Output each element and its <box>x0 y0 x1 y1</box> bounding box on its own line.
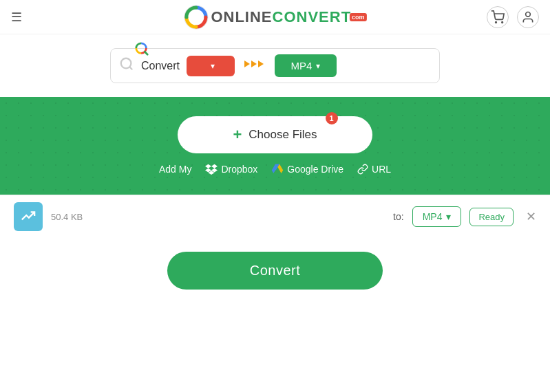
svg-marker-9 <box>258 61 264 67</box>
dropbox-label: Dropbox <box>221 164 257 175</box>
upload-section: + Choose Files 1 Add My Dropbox Google D… <box>0 97 550 195</box>
file-row: 50.4 KB to: MP4 ▾ Ready ✕ <box>0 195 550 238</box>
remove-file-button[interactable]: ✕ <box>526 209 536 224</box>
svg-point-2 <box>502 21 503 23</box>
search-icon <box>119 56 134 75</box>
add-my-row: Add My Dropbox Google Drive URL <box>159 163 391 175</box>
url-icon <box>357 164 368 175</box>
logo-com-badge: com <box>350 13 367 21</box>
header: ☰ ONLINE CONVERT com <box>0 0 550 34</box>
file-format-select[interactable]: MP4 ▾ <box>412 206 462 227</box>
to-label: to: <box>393 211 404 222</box>
format-to-button[interactable]: MP4 ▾ <box>275 54 337 77</box>
gdrive-icon <box>271 163 284 175</box>
add-my-label: Add My <box>159 164 191 175</box>
header-right <box>487 6 539 28</box>
svg-point-4 <box>121 58 131 69</box>
convert-button[interactable]: Convert <box>167 252 383 290</box>
svg-marker-7 <box>244 61 250 67</box>
file-thumbnail <box>14 202 43 231</box>
choose-files-label: Choose Files <box>248 128 317 142</box>
svg-point-3 <box>526 12 531 17</box>
svg-line-6 <box>145 52 147 54</box>
format-from-chevron: ▾ <box>211 61 215 71</box>
format-from-button[interactable]: ▾ <box>187 56 235 76</box>
ready-badge: Ready <box>469 208 514 226</box>
svg-point-1 <box>496 21 497 23</box>
file-format-chevron: ▾ <box>446 211 451 222</box>
convert-section: Convert <box>0 238 550 303</box>
file-size-label: 50.4 KB <box>51 212 385 222</box>
url-option[interactable]: URL <box>357 164 391 175</box>
user-icon[interactable] <box>517 6 539 28</box>
logo-container: ONLINE CONVERT com <box>183 5 366 30</box>
choose-files-button[interactable]: + Choose Files 1 <box>178 116 372 153</box>
logo-online: ONLINE <box>211 8 272 26</box>
plus-icon: + <box>233 126 242 144</box>
format-to-label: MP4 <box>291 60 313 72</box>
svg-marker-8 <box>251 61 257 67</box>
hamburger-icon[interactable]: ☰ <box>11 10 22 25</box>
search-bar-container: Convert ▾ MP4 ▾ <box>0 34 550 97</box>
arrow-icon <box>244 57 265 74</box>
dropbox-icon <box>205 163 218 175</box>
file-format-label: MP4 <box>423 211 443 222</box>
logo-icon <box>183 5 208 30</box>
cart-icon[interactable] <box>487 6 509 28</box>
file-icon <box>21 208 36 226</box>
url-label: URL <box>372 164 391 175</box>
search-bar: Convert ▾ MP4 ▾ <box>110 48 440 83</box>
gdrive-label: Google Drive <box>287 164 343 175</box>
dropbox-option[interactable]: Dropbox <box>205 163 257 175</box>
header-left: ☰ <box>11 10 22 25</box>
format-to-chevron: ▾ <box>316 61 320 71</box>
convert-text: Convert <box>141 60 180 72</box>
gdrive-option[interactable]: Google Drive <box>271 163 343 175</box>
file-count-badge: 1 <box>326 112 338 124</box>
logo-convert: CONVERT <box>273 8 352 26</box>
svg-line-5 <box>129 67 132 69</box>
